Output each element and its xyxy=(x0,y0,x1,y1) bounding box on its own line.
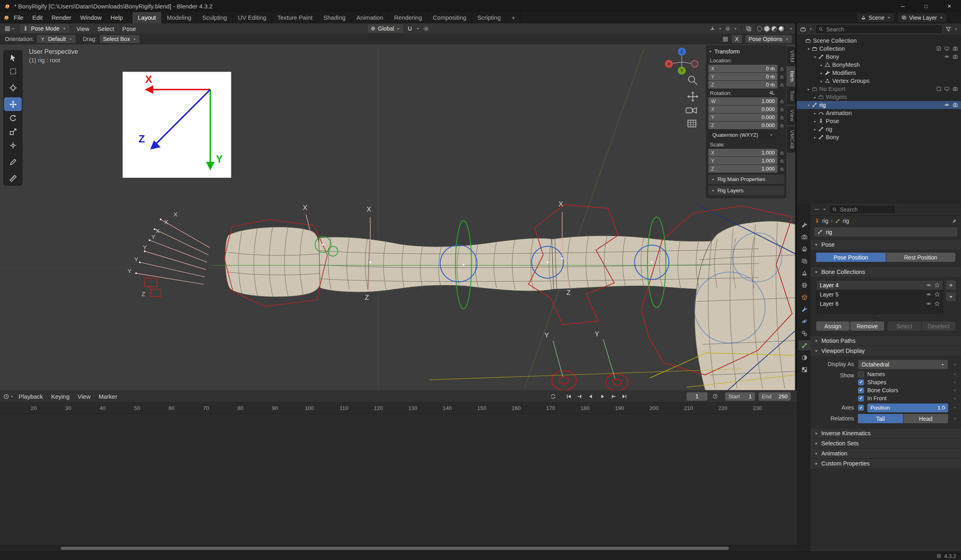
collapsed-section-header[interactable]: Inverse Kinematics xyxy=(810,428,961,438)
menubar-menu-item[interactable]: Edit xyxy=(28,13,47,22)
tab-object[interactable] xyxy=(798,292,810,302)
animate-dot[interactable] xyxy=(951,373,958,376)
outliner-row[interactable]: ▾ Collection xyxy=(797,45,961,53)
checkbox[interactable] xyxy=(858,387,864,393)
chevron-down-icon[interactable] xyxy=(10,395,14,398)
bone-collection-row[interactable]: Layer 4 xyxy=(817,280,943,290)
camera-icon[interactable] xyxy=(953,102,958,108)
menubar-menu-item[interactable]: Help xyxy=(106,13,128,22)
workspace-tab[interactable]: Rendering xyxy=(389,12,427,23)
eye-icon[interactable] xyxy=(944,102,950,108)
solo-star-icon[interactable] xyxy=(934,292,940,297)
pose-position-button[interactable]: Rest Position xyxy=(886,253,956,262)
collection-action-button[interactable]: Deselect xyxy=(922,321,955,331)
camera-icon[interactable] xyxy=(953,46,958,51)
viewport-menu-item[interactable]: Pose xyxy=(118,25,140,32)
scale-tool[interactable] xyxy=(4,125,22,138)
play-button[interactable] xyxy=(597,392,607,401)
tab-texture[interactable] xyxy=(798,364,810,375)
outliner-row[interactable]: ▸ Animation xyxy=(797,109,961,117)
collection-specials-button[interactable] xyxy=(946,292,956,302)
n-panel-tab[interactable]: View xyxy=(787,106,795,125)
end-frame-field[interactable]: End 250 xyxy=(759,392,791,401)
timeline-track-area[interactable] xyxy=(0,414,797,545)
viewport-menu-item[interactable]: Select xyxy=(93,25,118,32)
outliner-row[interactable]: ▸ rig xyxy=(797,125,961,133)
current-frame-field[interactable]: 1 xyxy=(687,392,707,401)
camera-view-icon[interactable] xyxy=(686,108,697,113)
pan-icon[interactable] xyxy=(687,91,698,102)
rotate-tool[interactable] xyxy=(4,111,22,125)
drag-dropdown[interactable]: Select Box xyxy=(100,35,140,43)
outliner-row[interactable]: Scene Collection xyxy=(797,37,961,45)
tab-view-layer[interactable] xyxy=(798,256,810,266)
location-field[interactable]: Z 0 m xyxy=(708,81,777,89)
scale-field[interactable]: Y 1.000 xyxy=(708,157,777,165)
axes-checkbox[interactable] xyxy=(858,405,864,411)
pin-icon[interactable] xyxy=(952,218,957,224)
editor-type-button[interactable] xyxy=(2,26,17,32)
chevron-down-icon[interactable] xyxy=(954,27,958,31)
workspace-tab[interactable]: Animation xyxy=(351,12,389,23)
outliner-editor-icon[interactable] xyxy=(800,26,806,32)
pose-options-dropdown[interactable]: Pose Options xyxy=(745,35,792,43)
rotation-4l-badge[interactable]: 4L xyxy=(769,90,775,96)
checkbox[interactable] xyxy=(858,395,864,401)
relations-button[interactable]: Tail xyxy=(858,414,903,423)
animate-dot[interactable] xyxy=(951,363,958,366)
snap-magnet-icon[interactable] xyxy=(407,26,413,32)
rotation-field[interactable]: Y 0.000 xyxy=(708,113,777,121)
outliner-search-input[interactable]: Search xyxy=(815,25,942,34)
orientation-selector[interactable]: Global xyxy=(367,24,404,33)
location-field[interactable]: X 0 m xyxy=(708,65,777,72)
camera-icon[interactable] xyxy=(953,54,958,60)
chevron-down-icon[interactable] xyxy=(718,27,722,31)
shading-solid-icon[interactable] xyxy=(764,26,769,31)
scale-field[interactable]: X 1.000 xyxy=(708,149,777,156)
mode-selector[interactable]: Pose Mode xyxy=(19,24,70,33)
workspace-tab[interactable]: Scripting xyxy=(472,12,506,23)
n-panel-tab[interactable]: Item xyxy=(787,67,795,85)
outliner-row[interactable]: ▸ Widgets xyxy=(797,93,961,101)
collapsed-section-header[interactable]: Custom Properties xyxy=(810,458,961,468)
lock-icon[interactable] xyxy=(780,159,784,163)
menubar-menu-item[interactable]: Render xyxy=(47,13,76,22)
timeline-menu-item[interactable]: Playback xyxy=(14,393,47,400)
viewport-display-section-header[interactable]: Viewport Display xyxy=(810,346,961,356)
motion-paths-section-header[interactable]: Motion Paths xyxy=(810,336,961,346)
cursor-tool[interactable] xyxy=(4,81,22,95)
play-reverse-button[interactable] xyxy=(586,392,596,401)
navigation-gizmo[interactable]: Z X Y xyxy=(665,47,698,74)
checkbox[interactable] xyxy=(858,371,864,377)
rotation-field[interactable]: Z 0.000 xyxy=(708,121,777,129)
transform-tool[interactable] xyxy=(4,138,22,152)
shading-wireframe-icon[interactable] xyxy=(757,26,762,31)
chevron-down-icon[interactable] xyxy=(734,27,737,31)
tab-material[interactable] xyxy=(798,352,810,362)
collapsed-section-header[interactable]: Selection Sets xyxy=(810,438,961,448)
n-panel-tab[interactable]: VMC4B xyxy=(787,126,795,152)
bone-collection-row[interactable]: Layer 6 xyxy=(817,299,943,308)
datablock-name-field[interactable]: rig xyxy=(814,227,958,237)
outliner-row[interactable]: ▸ Vertex Groups xyxy=(797,77,961,85)
timeline-editor-icon[interactable] xyxy=(3,393,9,399)
workspace-tab[interactable]: Shading xyxy=(318,12,351,23)
outliner-row[interactable]: ▸ Modifiers xyxy=(797,69,961,77)
tab-object-data[interactable] xyxy=(798,340,810,350)
outliner-row[interactable]: ▸ Pose xyxy=(797,117,961,125)
transform-panel-header[interactable]: Transform xyxy=(708,46,784,56)
scale-field[interactable]: Z 1.000 xyxy=(708,165,777,173)
mirror-axes-icon[interactable] xyxy=(722,36,728,42)
collection-action-button[interactable]: Remove xyxy=(850,321,884,331)
orientation-dropdown[interactable]: Default xyxy=(37,35,75,43)
eye-icon[interactable] xyxy=(926,282,932,288)
camera-icon[interactable] xyxy=(953,86,958,92)
collection-action-button[interactable]: Select xyxy=(888,321,921,331)
minimize-button[interactable]: ─ xyxy=(891,0,914,12)
tweak-tool[interactable] xyxy=(4,51,22,64)
measure-tool[interactable] xyxy=(4,171,22,185)
timeline-menu-item[interactable]: Marker xyxy=(95,393,122,400)
animate-dot[interactable] xyxy=(951,389,958,392)
lock-icon[interactable] xyxy=(780,74,784,79)
sq-icon[interactable] xyxy=(936,86,942,92)
